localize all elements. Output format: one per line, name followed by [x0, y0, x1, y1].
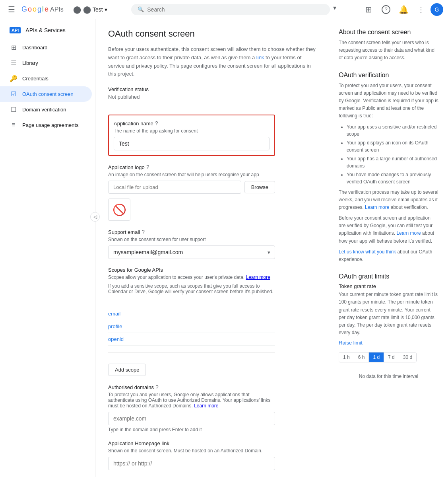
browse-button[interactable]: Browse — [244, 181, 275, 193]
apps-icon-btn[interactable]: ⊞ — [361, 2, 376, 18]
logo-preview: 🚫 — [108, 199, 130, 221]
description-link[interactable]: link — [256, 55, 264, 60]
verification-status: Verification status Not published — [108, 86, 316, 100]
support-email-help-icon[interactable]: ? — [142, 229, 145, 235]
authorised-domains-section: Authorised domains ? To protect you and … — [108, 384, 275, 432]
app-name-input[interactable] — [114, 137, 270, 150]
sidebar-item-oauth[interactable]: ☑ OAuth consent screen — [0, 86, 92, 102]
app-logo-section: Application logo ? An image on the conse… — [108, 164, 275, 221]
sidebar-collapse-btn[interactable]: ◁ — [90, 212, 100, 222]
search-dropdown-icon[interactable]: ▾ — [333, 4, 336, 15]
homepage-label: Application Homepage link — [108, 440, 275, 446]
add-scope-button[interactable]: Add scope — [108, 364, 146, 376]
about-consent-text: The consent screen tells your users who … — [339, 39, 438, 62]
bell-icon: 🔔 — [399, 5, 409, 14]
sidebar-item-dashboard[interactable]: ⊞ Dashboard — [0, 40, 92, 55]
no-logo-icon: 🚫 — [112, 203, 126, 216]
oauth-verification-title: OAuth verification — [339, 72, 438, 79]
sidebar-header-label: APIs & Services — [25, 27, 65, 33]
scope-openid: openid — [108, 333, 275, 346]
time-btn-30d[interactable]: 30 d — [399, 352, 416, 362]
main-content: OAuth consent screen Before your users a… — [95, 19, 329, 477]
app-logo-label: Application logo ? — [108, 164, 275, 170]
search-bar[interactable]: 🔍 — [131, 4, 330, 15]
about-consent-section: About the consent screen The consent scr… — [339, 29, 438, 62]
app-logo-hint: An image on the consent screen that will… — [108, 172, 275, 177]
app-name-section: Application name ? The name of the app a… — [108, 115, 275, 156]
oauth-verification-intro: To protect you and your users, your cons… — [339, 82, 438, 120]
no-data-text: No data for this time interval — [339, 367, 438, 385]
sidebar-header: API APIs & Services — [0, 22, 95, 40]
token-rate-text: Your current per minute token grant rate… — [339, 291, 438, 337]
scopes-learn-more-link[interactable]: Learn more — [246, 275, 270, 280]
scopes-label: Scopes for Google APIs — [108, 267, 275, 273]
dashboard-icon: ⊞ — [10, 44, 17, 51]
support-email-wrapper: mysampleemail@gmail.com ▾ — [108, 245, 275, 259]
right-panel: About the consent screen The consent scr… — [329, 19, 448, 477]
authorised-domains-help-icon[interactable]: ? — [155, 384, 159, 390]
learn-more-verification-link[interactable]: Learn more — [365, 204, 389, 210]
oauth-footer1: The verification process may take up to … — [339, 189, 438, 212]
hamburger-menu[interactable]: ☰ — [5, 2, 18, 18]
top-nav: ☰ Google APIs ⬤ ⬤ Test ▾ 🔍 ▾ ⊞ ? 🔔 ⋮ — [0, 0, 448, 19]
time-btn-1h[interactable]: 1 h — [339, 352, 354, 362]
app-name-label: Application name ? — [114, 120, 270, 127]
homepage-hint: Shown on the consent screen. Must be hos… — [108, 448, 275, 454]
oauth-verification-list: Your app uses a sensitive and/or restric… — [347, 123, 438, 185]
homepage-section: Application Homepage link Shown on the c… — [108, 440, 275, 470]
sidebar-item-page-usage[interactable]: ≡ Page usage agreements — [0, 117, 92, 132]
sidebar-item-library[interactable]: ☰ Library — [0, 55, 92, 71]
app-name-hint: The name of the app asking for consent — [114, 128, 270, 134]
api-badge: API — [10, 27, 21, 33]
support-email-hint: Shown on the consent screen for user sup… — [108, 237, 275, 242]
token-rate-title: Token grant rate — [339, 283, 438, 289]
more-options-btn[interactable]: ⋮ — [413, 2, 429, 18]
scope-email: email — [108, 308, 275, 320]
authorised-domains-learn-more[interactable]: Learn more — [194, 403, 218, 409]
app-logo-help-icon[interactable]: ? — [146, 164, 149, 170]
grant-limits-title: OAuth grant limits — [339, 273, 438, 280]
support-email-label: Support email ? — [108, 229, 275, 235]
project-dropdown-icon: ▾ — [105, 6, 107, 13]
page-title: OAuth consent screen — [108, 29, 316, 39]
google-logo: Google APIs — [21, 5, 64, 14]
library-icon: ☰ — [10, 59, 17, 67]
search-input[interactable] — [147, 6, 324, 13]
scope-profile: profile — [108, 320, 275, 333]
time-selector: 1 h 6 h 1 d 7 d 30 d — [339, 352, 417, 362]
user-avatar[interactable]: G — [431, 3, 443, 16]
let-us-know-link[interactable]: Let us know what you think — [339, 249, 396, 255]
sidebar: API APIs & Services ⊞ Dashboard ☰ Librar… — [0, 19, 95, 477]
apps-icon: ⊞ — [365, 5, 372, 14]
description-text: Before your users authenticate, this con… — [108, 45, 316, 78]
support-email-section: Support email ? Shown on the consent scr… — [108, 229, 275, 259]
sidebar-item-credentials[interactable]: 🔑 Credentials — [0, 71, 92, 86]
list-item-sensitive: Your app uses a sensitive and/or restric… — [347, 123, 438, 138]
oauth-icon: ☑ — [10, 90, 17, 98]
list-item-icon: Your app displays an icon on its OAuth c… — [347, 139, 438, 154]
oauth-footer2: Before your consent screen and applicati… — [339, 214, 438, 245]
raise-limit-link[interactable]: Raise limit — [339, 340, 438, 346]
scopes-hint: Scopes allow your application to access … — [108, 275, 275, 280]
app-name-help-icon[interactable]: ? — [155, 120, 158, 127]
help-icon: ? — [382, 5, 390, 14]
oauth-footer3: Let us know what you think about our OAu… — [339, 248, 438, 263]
support-email-select[interactable]: mysampleemail@gmail.com — [108, 245, 275, 259]
notifications-icon-btn[interactable]: 🔔 — [396, 2, 411, 18]
homepage-input[interactable] — [108, 457, 275, 470]
help-icon-btn[interactable]: ? — [378, 2, 394, 18]
logo-file-input[interactable] — [108, 181, 241, 194]
authorised-domains-label: Authorised domains ? — [108, 384, 275, 390]
time-btn-6h[interactable]: 6 h — [354, 352, 369, 362]
about-consent-title: About the consent screen — [339, 29, 438, 36]
authorised-domains-enter-hint: Type in the domain and press Enter to ad… — [108, 427, 275, 432]
authorised-domains-hint: To protect you and your users, Google on… — [108, 392, 275, 409]
authorised-domains-input[interactable] — [108, 412, 275, 425]
time-btn-1d[interactable]: 1 d — [369, 352, 384, 362]
time-btn-7d[interactable]: 7 d — [384, 352, 399, 362]
sidebar-item-domain[interactable]: ☐ Domain verification — [0, 102, 92, 117]
grant-limits-section: OAuth grant limits Token grant rate Your… — [339, 273, 438, 385]
project-selector[interactable]: ⬤ ⬤ Test ▾ — [73, 5, 107, 14]
project-dots-icon: ⬤ ⬤ — [73, 5, 91, 14]
learn-more-limitations-link[interactable]: Learn more — [396, 230, 421, 236]
